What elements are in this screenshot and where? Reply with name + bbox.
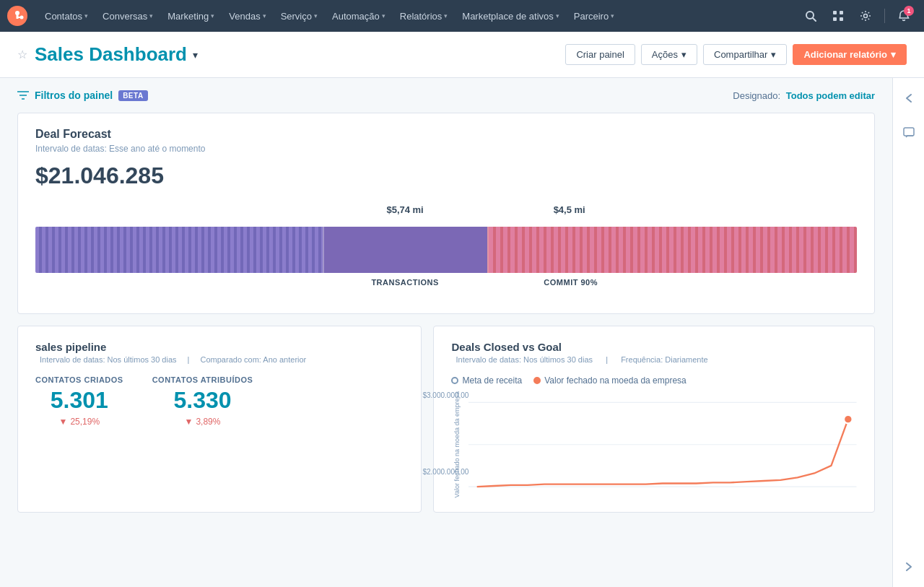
content-area: Filtros do painel BETA Designado: Todos …: [0, 78, 924, 587]
create-panel-button[interactable]: Criar painel: [565, 44, 635, 65]
relatorios-chevron-icon: ▾: [444, 12, 448, 19]
nav-automacao[interactable]: Automação ▾: [326, 8, 391, 25]
transactions-label: TRANSACTIONS: [371, 278, 438, 287]
forecast-bar-area: $5,74 mi $4,5 mi: [35, 204, 857, 276]
chart-with-axis: Valor fechado na moeda da empresa $3.000…: [451, 391, 857, 497]
sales-pipeline-title: sales pipeline: [35, 341, 404, 353]
bar-segment-left: [35, 227, 323, 273]
down-arrow-icon-2: ▼: [185, 417, 193, 427]
contatos-criados-label: CONTATOS CRIADOS: [35, 375, 123, 384]
filter-icon: [17, 90, 29, 100]
deals-closed-subtitle: Intervalo de datas: Nos últimos 30 dias …: [451, 355, 857, 364]
contatos-criados-value: 5.301: [35, 387, 123, 414]
filter-bar: Filtros do painel BETA Designado: Todos …: [17, 90, 875, 101]
nav-contatos[interactable]: Contatos ▾: [39, 8, 94, 25]
filter-left: Filtros do painel BETA: [17, 90, 148, 101]
sales-pipeline-card: sales pipeline Intervalo de datas: Nos ú…: [17, 326, 422, 513]
y-axis-title: Valor fechado na moeda da empresa: [453, 391, 461, 497]
settings-button[interactable]: [854, 4, 877, 27]
commit-label: COMMIT 90%: [544, 278, 598, 287]
automacao-chevron-icon: ▾: [382, 12, 385, 19]
add-report-chevron-icon: ▾: [891, 49, 896, 60]
sidebar-bottom-icon: [897, 555, 920, 578]
chart-legend: Meta de receita Valor fechado na moeda d…: [451, 375, 857, 386]
todos-podem-editar-link[interactable]: Todos podem editar: [786, 90, 875, 101]
legend-dot-meta: [451, 377, 458, 384]
nav-vendas[interactable]: Vendas ▾: [223, 8, 271, 25]
beta-badge: BETA: [118, 90, 147, 101]
deal-forecast-amount: $21.046.285: [35, 162, 857, 189]
chart-container: $3.000.000,00 $2.000.000,00: [468, 391, 857, 497]
notifications-button[interactable]: 1: [892, 4, 915, 27]
page-header: ☆ Sales Dashboard ▾ Criar painel Ações ▾…: [0, 32, 924, 78]
marketplace-chevron-icon: ▾: [556, 12, 559, 19]
nav-parceiro[interactable]: Parceiro ▾: [568, 8, 620, 25]
top-navigation: Contatos ▾ Conversas ▾ Marketing ▾ Venda…: [0, 0, 924, 32]
vendas-chevron-icon: ▾: [263, 12, 266, 19]
svg-point-18: [844, 415, 853, 424]
page-title: Sales Dashboard: [35, 43, 187, 66]
nav-utility-icons: 1: [799, 4, 915, 27]
legend-meta: Meta de receita: [451, 375, 522, 386]
contatos-chevron-icon: ▾: [84, 12, 88, 19]
nav-servico[interactable]: Serviço ▾: [275, 8, 323, 25]
legend-dot-valor: [533, 377, 541, 384]
add-report-button[interactable]: Adicionar relatório ▾: [793, 44, 907, 65]
y-value-bottom: $2.000.000,00: [422, 468, 468, 476]
legend-valor: Valor fechado na moeda da empresa: [533, 375, 687, 386]
contatos-criados-block: CONTATOS CRIADOS 5.301 ▼ 25,19%: [35, 375, 123, 427]
share-button[interactable]: Compartilhar ▾: [703, 44, 787, 65]
contatos-atribuidos-label: CONTATOS ATRIBUÍDOS: [152, 375, 253, 384]
search-button[interactable]: [799, 4, 822, 27]
metrics-row: CONTATOS CRIADOS 5.301 ▼ 25,19% CONTATOS…: [35, 375, 404, 427]
svg-rect-7: [833, 11, 837, 14]
favorite-star-icon[interactable]: ☆: [17, 48, 27, 61]
contatos-criados-change: ▼ 25,19%: [35, 417, 123, 427]
svg-rect-8: [840, 11, 843, 14]
parceiro-chevron-icon: ▾: [611, 12, 614, 19]
svg-point-11: [864, 14, 868, 18]
marketing-chevron-icon: ▾: [211, 12, 214, 19]
deals-closed-title: Deals Closed vs Goal: [451, 341, 857, 353]
conversas-chevron-icon: ▾: [149, 12, 153, 19]
deal-forecast-title: Deal Forecast: [35, 128, 857, 141]
apps-button[interactable]: [827, 4, 850, 27]
deals-closed-card: Deals Closed vs Goal Intervalo de datas:…: [433, 326, 875, 513]
nav-conversas[interactable]: Conversas ▾: [97, 8, 159, 25]
svg-rect-10: [840, 17, 843, 21]
deal-forecast-card: Deal Forecast Intervalo de datas: Esse a…: [17, 113, 875, 314]
bar-segment-commit: [323, 227, 487, 273]
contatos-atribuidos-value: 5.330: [152, 387, 253, 414]
transactions-value-label: $5,74 mi: [386, 204, 423, 215]
deals-chart-svg: [468, 391, 857, 497]
contatos-atribuidos-block: CONTATOS ATRIBUÍDOS 5.330 ▼ 3,89%: [152, 375, 253, 427]
main-content: Filtros do painel BETA Designado: Todos …: [0, 78, 892, 587]
nav-relatorios[interactable]: Relatórios ▾: [394, 8, 454, 25]
sales-pipeline-subtitle: Intervalo de datas: Nos últimos 30 dias …: [35, 355, 404, 364]
deal-forecast-subtitle: Intervalo de datas: Esse ano até o momen…: [35, 144, 857, 154]
servico-chevron-icon: ▾: [314, 12, 318, 19]
chat-button[interactable]: [897, 121, 920, 144]
actions-chevron-icon: ▾: [681, 49, 687, 60]
nav-marketing[interactable]: Marketing ▾: [162, 8, 220, 25]
down-arrow-icon-1: ▼: [59, 417, 68, 427]
actions-button[interactable]: Ações ▾: [641, 44, 697, 65]
share-chevron-icon: ▾: [771, 49, 776, 60]
svg-rect-19: [904, 128, 914, 136]
expand-right-icon[interactable]: [897, 555, 920, 578]
y-value-top: $3.000.000,00: [422, 391, 468, 399]
svg-rect-9: [833, 17, 837, 21]
contatos-atribuidos-change: ▼ 3,89%: [152, 417, 253, 427]
filter-right: Designado: Todos podem editar: [733, 90, 875, 101]
filter-label[interactable]: Filtros do painel: [35, 90, 113, 101]
title-dropdown-icon[interactable]: ▾: [193, 49, 198, 61]
svg-line-6: [813, 18, 816, 21]
bottom-row: sales pipeline Intervalo de datas: Nos ú…: [17, 326, 875, 513]
right-sidebar: [892, 78, 924, 587]
header-actions: Criar painel Ações ▾ Compartilhar ▾ Adic…: [565, 44, 907, 65]
collapse-panel-button[interactable]: [897, 87, 920, 110]
hubspot-logo[interactable]: [9, 4, 32, 27]
nav-divider: [884, 9, 885, 23]
nav-marketplace[interactable]: Marketplace de ativos ▾: [456, 8, 565, 25]
bar-segment-right: [487, 227, 857, 273]
